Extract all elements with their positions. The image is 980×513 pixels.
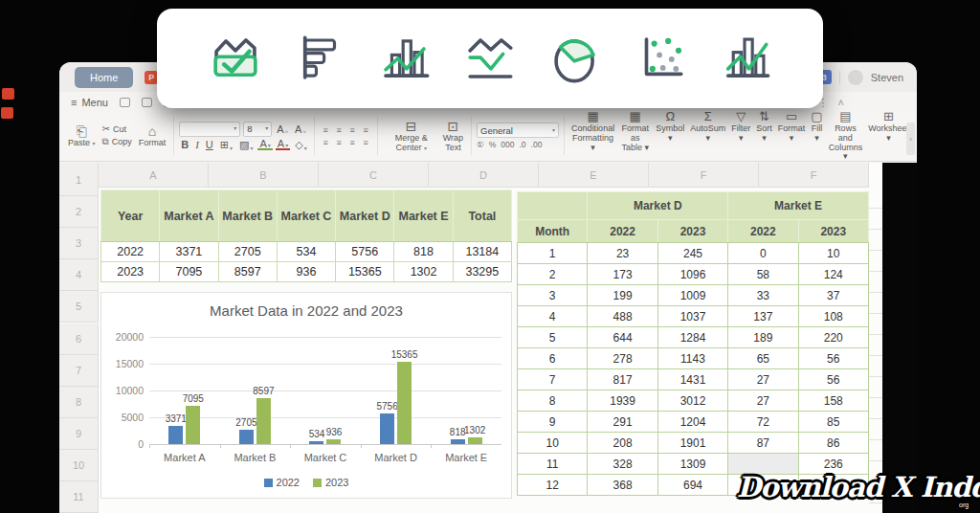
cell[interactable]: 291	[588, 412, 657, 433]
cell[interactable]: 936	[277, 262, 335, 282]
cell[interactable]: 1939	[588, 390, 657, 412]
cell[interactable]: 2	[518, 264, 588, 285]
align-left[interactable]: ≡	[320, 137, 332, 148]
font-size-combo[interactable]: 8▾	[243, 122, 272, 137]
cell[interactable]: 694	[657, 475, 727, 496]
cell[interactable]: 1284	[657, 327, 727, 348]
cell[interactable]: 644	[588, 327, 657, 348]
row-header-10[interactable]: 10	[59, 450, 99, 481]
detail-group-header-cell[interactable]: Market D	[588, 192, 728, 220]
cut-button[interactable]: ✂ Cut	[102, 123, 132, 134]
summary-header-cell[interactable]: Total	[453, 190, 511, 242]
autosum-button[interactable]: ΣAutoSum ▾	[688, 109, 727, 145]
combo-chart-icon[interactable]	[717, 31, 772, 86]
row-header-2[interactable]: 2	[59, 196, 99, 228]
cell[interactable]: 8	[518, 390, 588, 412]
column-header-B-1[interactable]: B	[209, 163, 319, 188]
cell[interactable]: 3012	[657, 390, 727, 412]
number-format-icon-4[interactable]: .00	[531, 140, 543, 149]
cell[interactable]: 4	[518, 306, 588, 327]
align-bottom[interactable]: ≡	[346, 124, 359, 136]
cell[interactable]: 3	[518, 285, 588, 306]
cell[interactable]: 1302	[394, 262, 453, 282]
cell[interactable]: 13184	[453, 242, 511, 262]
cell[interactable]: 189	[728, 327, 798, 348]
column-header-E-4[interactable]: E	[539, 163, 649, 188]
copy-button[interactable]: ⧉ Copy	[102, 136, 132, 147]
detail-sub-header-cell[interactable]: 2022	[728, 220, 798, 243]
detail-sub-header-cell[interactable]: 2023	[657, 220, 727, 243]
symbol-button[interactable]: ΩSymbol ▾	[654, 109, 686, 145]
cell[interactable]: 3371	[160, 242, 218, 262]
cell[interactable]: 56	[798, 369, 868, 390]
embedded-chart[interactable]: Market Data in 2022 and 2023 05000100001…	[100, 292, 512, 499]
cell[interactable]: 488	[588, 306, 657, 327]
format-button[interactable]: ▭Format ▾	[776, 109, 808, 145]
fill-color-button[interactable]: A▾	[257, 139, 272, 150]
font-name-combo[interactable]: ▾	[179, 122, 240, 137]
detail-sub-header-cell[interactable]: Month	[518, 220, 588, 243]
cell[interactable]: 328	[588, 454, 657, 475]
cell[interactable]: 2705	[218, 242, 277, 262]
cell[interactable]: 245	[657, 243, 727, 264]
cell[interactable]: 12	[518, 475, 588, 496]
italic-button[interactable]: I	[193, 139, 201, 150]
number-format-icon-1[interactable]: %	[489, 140, 497, 149]
number-format-icon-2[interactable]: 000	[501, 140, 514, 149]
cell[interactable]: 1	[518, 243, 588, 264]
cell-effects-button[interactable]: ◇▾	[293, 139, 308, 151]
underline-button[interactable]: U	[204, 139, 215, 150]
column-trend-chart-icon[interactable]	[377, 31, 433, 86]
cell[interactable]: 56	[798, 348, 868, 369]
cell[interactable]: 33	[728, 285, 798, 306]
row-header-11[interactable]: 11	[59, 481, 99, 513]
font-color-button[interactable]: A▾	[276, 139, 290, 150]
cell[interactable]: 368	[588, 475, 657, 496]
line-chart-icon[interactable]	[462, 31, 518, 86]
shading-button[interactable]: ▨▾	[237, 139, 255, 151]
cell[interactable]: 5	[518, 327, 588, 348]
cell[interactable]: 65	[728, 348, 798, 369]
column-header-F-6[interactable]: F	[759, 163, 869, 188]
align-right[interactable]: ≡	[346, 137, 359, 148]
cell[interactable]: 818	[394, 242, 453, 262]
row-header-6[interactable]: 6	[59, 323, 99, 355]
row-header-5[interactable]: 5	[59, 291, 99, 323]
horizontal-bar-chart-icon[interactable]	[293, 31, 348, 86]
decrease-font-button[interactable]: A˅	[293, 123, 308, 135]
cell[interactable]: 124	[798, 264, 868, 285]
cell[interactable]: 278	[588, 348, 657, 369]
cell[interactable]: 1431	[657, 369, 727, 390]
area-chart-icon[interactable]	[208, 31, 263, 86]
wrap-text-button[interactable]: ⊡ Wrap Text	[440, 119, 466, 154]
cell[interactable]: 137	[728, 306, 798, 327]
indent-increase[interactable]: ≡	[360, 137, 372, 148]
cell[interactable]: 33295	[453, 262, 511, 282]
sort-button[interactable]: ⇅Sort ▾	[754, 109, 774, 145]
cell[interactable]: 2023	[101, 262, 160, 282]
format-as-table-button[interactable]: ▦Format as Table ▾	[618, 109, 652, 154]
cell[interactable]: 7095	[160, 262, 218, 282]
column-header-F-5[interactable]: F	[649, 163, 759, 188]
column-header-D-3[interactable]: D	[429, 163, 539, 188]
row-header-9[interactable]: 9	[59, 418, 99, 450]
cell[interactable]: 173	[588, 264, 657, 285]
cell[interactable]: 87	[728, 433, 798, 454]
cell[interactable]: 15365	[336, 262, 394, 282]
cell[interactable]: 86	[798, 433, 868, 454]
user-avatar[interactable]	[848, 70, 863, 85]
row-header-8[interactable]: 8	[59, 387, 99, 418]
summary-header-cell[interactable]: Year	[101, 190, 160, 242]
cell[interactable]: 1096	[657, 264, 727, 285]
conditional-formatting-button[interactable]: ▦Conditional Formatting ▾	[569, 109, 616, 154]
column-header-A-0[interactable]: A	[99, 163, 209, 188]
collapse-ribbon-icon[interactable]: ˄	[838, 97, 844, 108]
filter-button[interactable]: ▽Filter ▾	[729, 109, 752, 145]
cell[interactable]: 2022	[101, 242, 160, 262]
cell[interactable]: 72	[728, 412, 798, 433]
fill-button[interactable]: ▢Fill ▾	[809, 109, 824, 145]
number-format-icon-0[interactable]: ①	[477, 140, 484, 149]
row-header-1[interactable]: 1	[59, 165, 99, 196]
summary-header-cell[interactable]: Market B	[218, 190, 277, 242]
row-header-3[interactable]: 3	[59, 228, 99, 259]
